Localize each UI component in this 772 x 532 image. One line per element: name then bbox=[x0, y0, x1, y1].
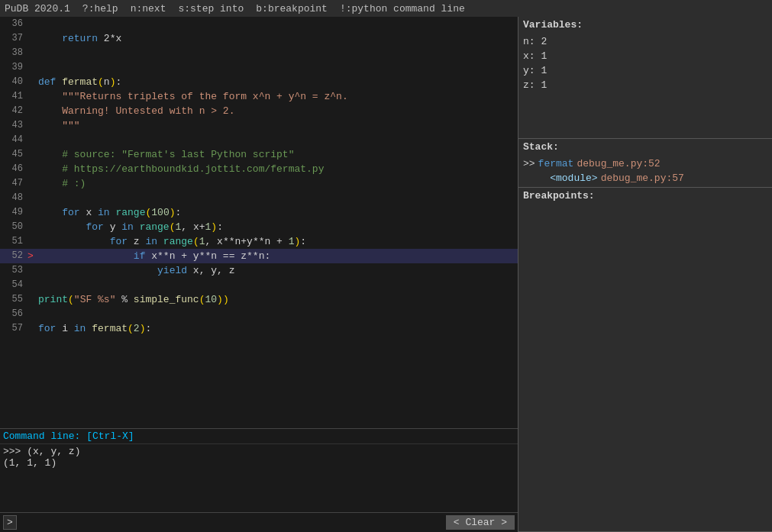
stack-active-arrow: >> bbox=[523, 156, 535, 171]
variables-header: Variables: bbox=[518, 17, 772, 33]
menu-step[interactable]: s:step into bbox=[178, 3, 244, 15]
table-row: 41 """Returns triplets of the form x^n +… bbox=[0, 89, 518, 104]
command-line-bar: Command line: [Ctrl-X] bbox=[0, 428, 518, 443]
menu-python[interactable]: !:python command line bbox=[340, 3, 465, 15]
command-line-label: Command line: [Ctrl-X] bbox=[3, 430, 134, 442]
stack-fn-fermat: fermat bbox=[538, 156, 574, 171]
repl-result: (1, 1, 1) bbox=[3, 457, 57, 469]
stack-section: Stack: >> fermat debug_me.py:52 <module>… bbox=[518, 139, 772, 188]
breakpoints-content bbox=[518, 204, 772, 531]
stack-module-indent bbox=[523, 171, 547, 185]
table-row: 49 for x in range(100): bbox=[0, 205, 518, 220]
variable-x: x: 1 bbox=[523, 49, 767, 63]
variables-section: Variables: n: 2 x: 1 y: 1 z: 1 bbox=[518, 17, 772, 139]
table-row: 47 # :) bbox=[0, 176, 518, 191]
stack-frame-active[interactable]: >> fermat debug_me.py:52 bbox=[523, 156, 767, 171]
repl-prompt-line: >>> (x, y, z) bbox=[3, 446, 515, 457]
input-indicator: > bbox=[3, 515, 17, 530]
app-title: PuDB 2020.1 bbox=[5, 3, 70, 15]
table-row: 40 def fermat(n): bbox=[0, 75, 518, 89]
table-row: 45 # source: "Fermat's last Python scrip… bbox=[0, 147, 518, 162]
repl-area[interactable]: >>> (x, y, z) (1, 1, 1) bbox=[0, 443, 518, 512]
table-row: 50 for y in range(1, x+1): bbox=[0, 220, 518, 234]
clear-button[interactable]: < Clear > bbox=[446, 515, 515, 530]
table-row: 44 bbox=[0, 133, 518, 147]
menu-next[interactable]: n:next bbox=[131, 3, 166, 15]
variables-content: n: 2 x: 1 y: 1 z: 1 bbox=[518, 33, 772, 138]
repl-expression: (x, y, z) bbox=[27, 446, 80, 457]
table-row: 36 bbox=[0, 17, 518, 31]
repl-output-line: (1, 1, 1) bbox=[3, 457, 515, 469]
repl-prompt-symbol: >>> bbox=[3, 446, 27, 457]
table-row: 56 bbox=[0, 307, 518, 321]
table-row: 57 for i in fermat(2): bbox=[0, 321, 518, 336]
variable-y: y: 1 bbox=[523, 63, 767, 78]
table-row: 53 yield x, y, z bbox=[0, 263, 518, 278]
table-row: 55 print("SF %s" % simple_func(10)) bbox=[0, 292, 518, 307]
stack-frame-module[interactable]: <module> debug_me.py:57 bbox=[523, 171, 767, 185]
menu-bar: PuDB 2020.1 ?:help n:next s:step into b:… bbox=[0, 0, 772, 17]
table-row: 38 bbox=[0, 46, 518, 60]
variable-z: z: 1 bbox=[523, 78, 767, 92]
stack-file-fermat: debug_me.py:52 bbox=[577, 156, 660, 171]
stack-module-name: <module> bbox=[550, 171, 597, 185]
right-panel: Variables: n: 2 x: 1 y: 1 z: 1 Stack: >>… bbox=[518, 17, 772, 532]
stack-header: Stack: bbox=[518, 139, 772, 155]
table-row: 46 # https://earthboundkid.jottit.com/fe… bbox=[0, 162, 518, 176]
variable-n: n: 2 bbox=[523, 34, 767, 49]
table-row: 48 bbox=[0, 191, 518, 205]
table-row: 43 """ bbox=[0, 118, 518, 133]
table-row: 54 bbox=[0, 278, 518, 292]
left-panel: 36 37 return 2*x 38 39 40 bbox=[0, 17, 518, 532]
table-row: 42 Warning! Untested with n > 2. bbox=[0, 104, 518, 118]
stack-content: >> fermat debug_me.py:52 <module> debug_… bbox=[518, 155, 772, 187]
bottom-bar: > < Clear > bbox=[0, 512, 518, 532]
stack-file-module: debug_me.py:57 bbox=[601, 171, 684, 185]
breakpoints-header: Breakpoints: bbox=[518, 188, 772, 204]
table-row: 51 for z in range(1, x**n+y**n + 1): bbox=[0, 234, 518, 249]
table-row: 37 return 2*x bbox=[0, 31, 518, 46]
code-area[interactable]: 36 37 return 2*x 38 39 40 bbox=[0, 17, 518, 428]
menu-breakpoint[interactable]: b:breakpoint bbox=[256, 3, 328, 15]
main-layout: 36 37 return 2*x 38 39 40 bbox=[0, 17, 772, 532]
table-row-current: 52 > if x**n + y**n == z**n: bbox=[0, 249, 518, 263]
menu-help[interactable]: ?:help bbox=[82, 3, 118, 15]
table-row: 39 bbox=[0, 60, 518, 75]
breakpoints-section: Breakpoints: bbox=[518, 188, 772, 532]
